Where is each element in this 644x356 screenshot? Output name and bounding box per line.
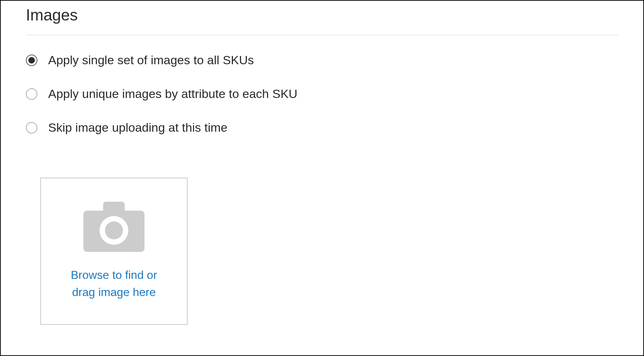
radio-apply-single-set[interactable]: Apply single set of images to all SKUs [26, 53, 618, 67]
image-upload-dropzone[interactable]: Browse to find or drag image here [40, 178, 188, 325]
camera-icon [83, 202, 144, 252]
radio-button-icon [26, 88, 37, 100]
radio-apply-unique-by-attribute[interactable]: Apply unique images by attribute to each… [26, 87, 618, 101]
images-panel: Images Apply single set of images to all… [0, 0, 644, 356]
radio-label: Apply unique images by attribute to each… [48, 87, 298, 101]
radio-label: Apply single set of images to all SKUs [48, 53, 254, 67]
radio-skip-upload[interactable]: Skip image uploading at this time [26, 121, 618, 135]
image-mode-radio-group: Apply single set of images to all SKUs A… [26, 53, 618, 135]
radio-button-icon [26, 55, 37, 66]
radio-label: Skip image uploading at this time [48, 121, 227, 135]
radio-button-icon [26, 122, 37, 134]
upload-instruction-text: Browse to find or drag image here [60, 266, 168, 301]
section-title: Images [26, 1, 618, 35]
